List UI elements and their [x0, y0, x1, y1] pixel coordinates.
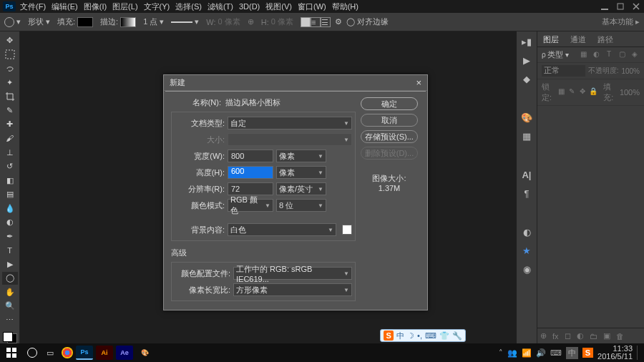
history-brush-tool[interactable]: ↺: [2, 160, 18, 173]
pen-tool[interactable]: ✒: [2, 230, 18, 243]
menu-select[interactable]: 选择(S): [175, 1, 202, 12]
tab-paths[interactable]: 路径: [592, 31, 619, 47]
tray-ime-icon[interactable]: 中: [566, 347, 578, 359]
menu-layer[interactable]: 图层(L): [112, 1, 137, 12]
tray-sogou-icon[interactable]: S: [582, 348, 593, 358]
link-layers-icon[interactable]: ⊕: [540, 331, 547, 341]
resolution-field[interactable]: [228, 182, 273, 195]
width-field[interactable]: [228, 150, 273, 162]
ime-toolbar[interactable]: S 中 ☽ •, ⌨ 👕 🔧: [380, 329, 466, 342]
blur-tool[interactable]: 💧: [2, 202, 18, 215]
align-icon[interactable]: ≡: [311, 17, 321, 27]
taskview-icon[interactable]: ▭: [42, 346, 59, 360]
hand-tool[interactable]: ✋: [2, 286, 18, 299]
taskbar-paint[interactable]: 🎨: [136, 346, 153, 360]
character-panel-icon[interactable]: A|: [521, 169, 532, 180]
stamp-tool[interactable]: ⊥: [2, 146, 18, 159]
navigator-panel-icon[interactable]: ◉: [521, 263, 532, 275]
stroke-swatch[interactable]: [120, 17, 136, 27]
fill-swatch[interactable]: [77, 17, 93, 27]
adjustments-panel-icon[interactable]: ◐: [521, 226, 532, 238]
shape-mode[interactable]: 形状 ▾: [28, 16, 50, 27]
cancel-button[interactable]: 取消: [361, 114, 418, 127]
tray-network-icon[interactable]: 📶: [522, 348, 532, 358]
color-panel-icon[interactable]: 🎨: [521, 112, 532, 123]
lock-trans-icon[interactable]: ▦: [558, 87, 565, 97]
filter-pixel-icon[interactable]: ▦: [578, 50, 588, 60]
height-value[interactable]: 0 像素: [271, 16, 293, 27]
filter-smart-icon[interactable]: ◈: [630, 50, 640, 60]
ime-keyboard-icon[interactable]: ⌨: [425, 331, 436, 341]
eraser-tool[interactable]: ◧: [2, 174, 18, 187]
taskbar-chrome[interactable]: [62, 347, 73, 358]
filter-adjust-icon[interactable]: ◐: [591, 50, 601, 60]
width-value[interactable]: 0 像素: [218, 16, 240, 27]
menu-view[interactable]: 视图(V): [265, 1, 292, 12]
tray-people-icon[interactable]: 👥: [507, 348, 517, 358]
bitdepth-select[interactable]: 8 位▼: [276, 199, 326, 212]
menu-image[interactable]: 图像(I): [84, 1, 107, 12]
lock-all-icon[interactable]: 🔒: [589, 87, 597, 97]
paragraph-panel-icon[interactable]: ¶: [521, 187, 532, 199]
menu-help[interactable]: 帮助(H): [332, 1, 358, 12]
colormode-select[interactable]: RGB 颜色▼: [228, 199, 273, 212]
ime-skin-icon[interactable]: 👕: [439, 331, 449, 341]
name-field[interactable]: 描边风格小图标: [224, 97, 356, 108]
history-panel-icon[interactable]: ▸▮: [521, 36, 532, 47]
lock-pos-icon[interactable]: ✥: [579, 87, 586, 97]
maximize-icon[interactable]: [615, 3, 625, 10]
trash-icon[interactable]: 🗑: [616, 332, 624, 341]
color-swatches[interactable]: [3, 332, 17, 343]
close-icon[interactable]: [631, 3, 641, 10]
menu-file[interactable]: 文件(F): [20, 1, 46, 12]
ime-tool-icon[interactable]: 🔧: [452, 331, 462, 341]
taskbar-clock[interactable]: 11:332016/5/11: [597, 345, 633, 361]
aspect-select[interactable]: 方形像素▼: [233, 283, 352, 296]
ime-moon-icon[interactable]: ☽: [407, 331, 414, 341]
menu-window[interactable]: 窗口(W): [298, 1, 326, 12]
fill-value[interactable]: 100%: [620, 88, 640, 97]
group-icon[interactable]: 🗀: [590, 332, 597, 341]
menu-3d[interactable]: 3D(D): [239, 2, 260, 11]
bg-select[interactable]: 白色▼: [228, 223, 336, 236]
layer-filter-kind[interactable]: ρ 类型 ▾: [542, 49, 569, 60]
profile-select[interactable]: 工作中的 RGB: sRGB IEC619...▼: [233, 267, 352, 280]
type-tool[interactable]: T: [2, 244, 18, 257]
heal-tool[interactable]: ✚: [2, 118, 18, 131]
menu-edit[interactable]: 编辑(E): [52, 1, 78, 12]
tray-volume-icon[interactable]: 🔊: [536, 348, 546, 358]
lasso-tool[interactable]: [2, 62, 18, 75]
cortana-icon[interactable]: [27, 348, 37, 358]
gradient-tool[interactable]: ▤: [2, 188, 18, 201]
taskbar-aftereffects[interactable]: Ae: [116, 346, 133, 360]
menu-filter[interactable]: 滤镜(T): [208, 1, 233, 12]
blend-mode[interactable]: 正常: [542, 65, 585, 77]
ellipse-tool[interactable]: ◯: [2, 272, 18, 285]
ime-lang[interactable]: 中: [396, 331, 404, 341]
actions-panel-icon[interactable]: ▶: [521, 54, 532, 66]
path-select-tool[interactable]: ▶: [2, 258, 18, 271]
brush-tool[interactable]: 🖌: [2, 132, 18, 145]
bg-swatch[interactable]: [342, 225, 352, 235]
zoom-tool[interactable]: 🔍: [2, 300, 18, 313]
ime-punct-icon[interactable]: •,: [417, 331, 422, 340]
tray-keyboard-icon[interactable]: ⌨: [550, 348, 562, 358]
properties-panel-icon[interactable]: ◆: [521, 73, 532, 84]
marquee-tool[interactable]: [2, 49, 18, 62]
adjust-layer-icon[interactable]: ◐: [577, 331, 584, 341]
new-layer-icon[interactable]: ▣: [603, 331, 610, 341]
stroke-width[interactable]: 1 点 ▾: [143, 16, 164, 27]
preset-select[interactable]: 自定▼: [228, 117, 352, 129]
tab-channels[interactable]: 通道: [565, 31, 592, 47]
dialog-close-icon[interactable]: ×: [416, 77, 421, 88]
mask-icon[interactable]: ◻: [565, 331, 571, 341]
crop-tool[interactable]: [2, 90, 18, 103]
dodge-tool[interactable]: ◐: [2, 216, 18, 229]
resolution-unit[interactable]: 像素/英寸▼: [276, 182, 326, 195]
filter-shape-icon[interactable]: ▢: [617, 50, 627, 60]
stroke-style[interactable]: ▾: [171, 17, 199, 26]
sogou-icon[interactable]: S: [384, 331, 394, 341]
minimize-icon[interactable]: [600, 3, 610, 10]
move-tool[interactable]: ✥: [2, 34, 18, 47]
taskbar-photoshop[interactable]: Ps: [76, 346, 93, 360]
